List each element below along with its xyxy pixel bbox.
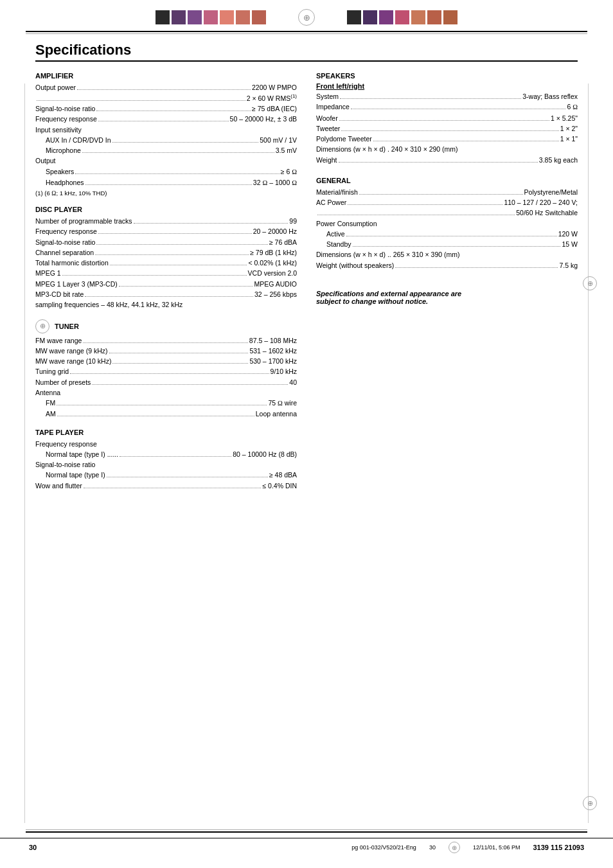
headphones-line: Headphones 32 Ω – 1000 Ω xyxy=(35,177,297,188)
amplifier-header: AMPLIFIER xyxy=(35,72,297,80)
fm-range-line: FM wave range 87.5 – 108 MHz xyxy=(35,335,297,346)
left-column: AMPLIFIER Output power 2200 W PMPO 2 × 6 xyxy=(35,72,297,491)
mw-10khz-line: MW wave range (10 kHz) 530 – 1700 kHz xyxy=(35,356,297,366)
left-margin-line xyxy=(24,84,26,823)
power-consumption-label: Power Consumption xyxy=(316,218,578,229)
am-antenna-line: AM Loop antenna xyxy=(35,409,297,419)
mw-9khz-line: MW wave range (9 kHz) 531 – 1602 kHz xyxy=(35,346,297,356)
antenna-label: Antenna xyxy=(35,387,297,398)
mpeg1-layer3-line: MPEG 1 Layer 3 (MP3-CD) MPEG AUDIO xyxy=(35,279,297,289)
snr-line: Signal-to-noise ratio ≥ 75 dBA (IEC) xyxy=(35,103,297,114)
print-info: pg 001-032/V520/21-Eng xyxy=(351,844,416,851)
mp3-bitrate-line: MP3-CD bit rate 32 – 256 kbps xyxy=(35,289,297,299)
bottom-bar: 30 pg 001-032/V520/21-Eng 30 ⊕ 12/11/01,… xyxy=(0,838,613,856)
tape-player-section: TAPE PLAYER Frequency response Normal ta… xyxy=(35,429,297,491)
channel-sep-line: Channel separation ≥ 79 dB (1 kHz) xyxy=(35,247,297,258)
impedance-line: Impedance 6 Ω xyxy=(316,102,578,112)
standby-power-line: Standby 15 W xyxy=(316,239,578,249)
spk-dimensions-line: Dimensions (w × h × d) . 240 × 310 × 290… xyxy=(316,144,578,154)
general-header: GENERAL xyxy=(316,177,578,184)
speakers-header: SPEAKERS xyxy=(316,72,578,80)
system-line: System 3-way; Bass reflex xyxy=(316,91,578,102)
tape-normal-freq-line: Normal tape (type I) ...... 80 – 10000 H… xyxy=(35,449,297,459)
print-center-page: 30 xyxy=(429,844,436,851)
active-power-line: Active 120 W xyxy=(316,229,578,239)
disc-freq-line: Frequency response 20 – 20000 Hz xyxy=(35,226,297,236)
prog-tracks-line: Number of programmable tracks 99 xyxy=(35,216,297,226)
page-container: ⊕ English Specifications AMPLIFIER xyxy=(0,0,613,868)
output-label: Output xyxy=(35,155,297,166)
disc-snr-line: Signal-to-noise ratio ≥ 76 dBA xyxy=(35,237,297,247)
notice-block: Specifications and external appearance a… xyxy=(316,290,578,305)
speakers-amp-line: Speakers ≥ 6 Ω xyxy=(35,166,297,177)
microphone-line: Microphone 3.5 mV xyxy=(35,145,297,155)
tape-snr-label: Signal-to-noise ratio xyxy=(35,459,297,470)
wow-flutter-line: Wow and flutter ≤ 0.4% DIN xyxy=(35,481,297,491)
tuner-header: TUNER xyxy=(55,323,79,330)
amplifier-section: AMPLIFIER Output power 2200 W PMPO 2 × 6 xyxy=(35,72,297,197)
gen-weight-line: Weight (without speakers) 7.5 kg xyxy=(316,260,578,270)
tuner-section: ⊕ TUNER FM wave range 87.5 – 108 MHz MW … xyxy=(35,319,297,420)
compass-left-mark: ⊕ xyxy=(35,319,49,333)
spk-weight-line: Weight 3.85 kg each xyxy=(316,155,578,165)
notice-line2: subject to change without notice. xyxy=(316,297,578,305)
page-title: Specifications xyxy=(35,42,578,58)
sampling-freq-line: sampling frequencies – 48 kHz, 44.1 kHz,… xyxy=(35,299,297,310)
compass-right-lower: ⊕ xyxy=(583,796,597,810)
material-line: Material/finish Polystyrene/Metal xyxy=(316,187,578,197)
page-number: 30 xyxy=(29,844,37,851)
tape-normal-snr-line: Normal tape (type I) ≥ 48 dBA xyxy=(35,470,297,480)
right-column: SPEAKERS Front left/right System 3-way; … xyxy=(316,72,578,491)
disc-player-section: DISC PLAYER Number of programmable track… xyxy=(35,206,297,310)
right-color-blocks xyxy=(347,10,458,24)
doc-number: 3139 115 21093 xyxy=(533,844,584,851)
front-subheader: Front left/right xyxy=(316,82,578,90)
ac-power-line: AC Power 110 – 127 / 220 – 240 V; xyxy=(316,197,578,208)
compass-bottom: ⊕ xyxy=(449,842,460,853)
tuning-grid-line: Tuning grid 9/10 kHz xyxy=(35,366,297,376)
tape-freq-label: Frequency response xyxy=(35,439,297,449)
aux-line: AUX In / CDR/DVD In 500 mV / 1V xyxy=(35,135,297,145)
compass-mark: ⊕ xyxy=(298,9,315,26)
thd-line: Total harmonic distortion < 0.02% (1 kHz… xyxy=(35,258,297,268)
freq-response-line: Frequency response 50 – 20000 Hz, ± 3 dB xyxy=(35,114,297,124)
rms-line: 2 × 60 W RMS(1) xyxy=(35,93,297,103)
notice-line1: Specifications and external appearance a… xyxy=(316,290,578,297)
main-content: English Specifications AMPLIFIER Output … xyxy=(0,42,613,504)
fm-antenna-line: FM 75 Ω wire xyxy=(35,398,297,409)
polydome-line: Polydome Tweeter 1 × 1" xyxy=(316,134,578,144)
amplifier-footnote: (1) (6 Ω; 1 kHz, 10% THD) xyxy=(35,190,297,197)
tape-player-header: TAPE PLAYER xyxy=(35,429,297,436)
output-power-line: Output power 2200 W PMPO xyxy=(35,82,297,93)
tweeter-line: Tweeter 1 × 2" xyxy=(316,123,578,134)
mpeg1-line: MPEG 1 VCD version 2.0 xyxy=(35,268,297,278)
print-date: 12/11/01, 5:06 PM xyxy=(473,844,520,851)
spec-columns: AMPLIFIER Output power 2200 W PMPO 2 × 6 xyxy=(35,72,578,491)
speakers-section: SPEAKERS Front left/right System 3-way; … xyxy=(316,72,578,165)
left-color-blocks xyxy=(155,10,266,24)
compass-right-upper: ⊕ xyxy=(583,276,597,290)
disc-player-header: DISC PLAYER xyxy=(35,206,297,213)
general-section: GENERAL Material/finish Polystyrene/Meta… xyxy=(316,177,578,270)
right-margin-line xyxy=(588,84,589,823)
input-sensitivity-label: Input sensitivity xyxy=(35,125,297,135)
woofer-line: Woofer 1 × 5.25" xyxy=(316,113,578,123)
gen-dimensions-line: Dimensions (w × h × d) .. 265 × 310 × 39… xyxy=(316,249,578,260)
hz-switchable-line: 50/60 Hz Switchable xyxy=(316,208,578,218)
num-presets-line: Number of presets 40 xyxy=(35,377,297,387)
